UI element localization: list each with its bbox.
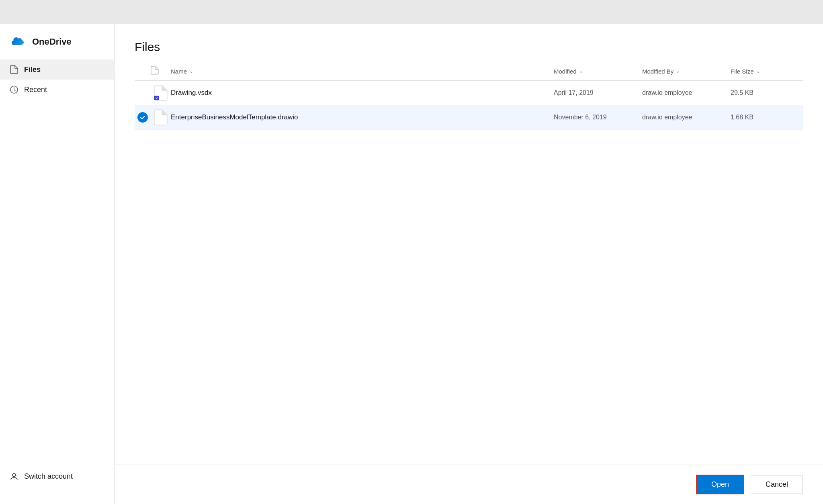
sidebar-nav: Files Recent	[0, 59, 114, 465]
sidebar-logo: OneDrive	[0, 32, 114, 59]
main-content: Files Name ⌄ Modified	[115, 24, 823, 504]
file-table: Name ⌄ Modified ⌄ Modified By ⌄ File Siz…	[115, 62, 823, 465]
sidebar-logo-text: OneDrive	[32, 37, 72, 47]
header-file-size[interactable]: File Size ⌄	[731, 68, 803, 75]
sidebar: OneDrive Files	[0, 24, 115, 504]
open-button[interactable]: Open	[696, 475, 744, 494]
switch-account-item[interactable]: Switch account	[0, 465, 114, 488]
files-icon	[10, 65, 18, 74]
top-bar	[0, 0, 823, 24]
switch-account-label: Switch account	[24, 472, 73, 481]
row-2-size: 1.68 KB	[731, 114, 803, 121]
table-row[interactable]: V Drawing.vsdx April 17, 2019 draw.io em…	[135, 81, 803, 105]
cancel-button[interactable]: Cancel	[751, 475, 803, 494]
row-1-name: Drawing.vsdx	[171, 89, 554, 97]
name-sort-icon: ⌄	[189, 68, 193, 74]
row-1-modified-by: draw.io employee	[642, 89, 731, 96]
person-icon	[10, 472, 18, 481]
onedrive-logo-icon	[10, 36, 27, 47]
row-2-checkbox	[135, 112, 151, 123]
row-2-modified: November 6, 2019	[554, 114, 642, 121]
sidebar-recent-label: Recent	[24, 86, 47, 94]
main-container: OneDrive Files	[0, 24, 823, 504]
sidebar-item-recent[interactable]: Recent	[0, 80, 114, 100]
row-2-name: EnterpriseBusinessModelTemplate.drawio	[171, 113, 554, 121]
table-header: Name ⌄ Modified ⌄ Modified By ⌄ File Siz…	[135, 62, 803, 81]
sidebar-files-label: Files	[24, 66, 41, 74]
header-name[interactable]: Name ⌄	[171, 68, 554, 75]
svg-point-1	[12, 473, 16, 477]
row-2-modified-by: draw.io employee	[642, 114, 731, 121]
header-icon-col	[151, 66, 171, 76]
table-row[interactable]: EnterpriseBusinessModelTemplate.drawio N…	[135, 105, 803, 130]
row-1-file-icon: V	[151, 85, 171, 101]
header-modified-by[interactable]: Modified By ⌄	[642, 68, 731, 75]
bottom-bar: Open Cancel	[115, 465, 823, 504]
row-2-file-icon	[151, 109, 171, 125]
modified-sort-icon: ⌄	[579, 68, 583, 74]
row-1-modified: April 17, 2019	[554, 89, 642, 96]
content-header: Files	[115, 24, 823, 62]
sidebar-item-files[interactable]: Files	[0, 59, 114, 80]
modified-by-sort-icon: ⌄	[676, 68, 680, 74]
row-1-size: 29.5 KB	[731, 89, 803, 96]
recent-icon	[10, 85, 18, 94]
selected-check-icon	[137, 112, 148, 123]
header-modified[interactable]: Modified ⌄	[554, 68, 642, 75]
page-title: Files	[135, 40, 803, 54]
file-size-sort-icon: ⌄	[756, 68, 760, 74]
